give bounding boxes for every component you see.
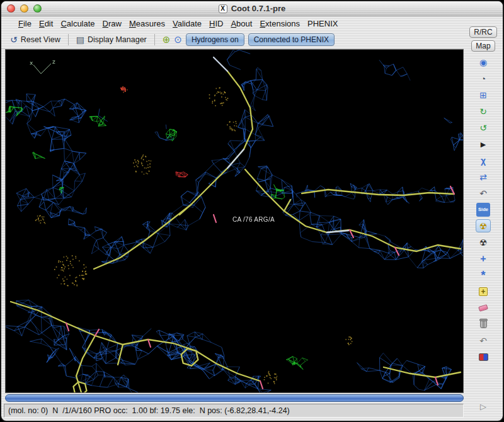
menu-calculate[interactable]: Calculate [57,18,98,29]
main-toolbar: ↺ Reset View ▤ Display Manager ⊕ ⊙ Hydro… [1,30,464,49]
flip-peptide-icon[interactable]: ↶ [476,186,491,200]
go-to-ligand-icon[interactable]: ⊙ [174,35,182,44]
eraser-icon[interactable] [476,301,491,314]
color-map-icon[interactable] [476,350,491,363]
coot-window: X Coot 0.7.1-pre File Edit Calculate Dra… [0,0,504,422]
window-title: Coot 0.7.1-pre [231,4,286,13]
menu-hid[interactable]: HID [206,18,226,29]
display-manager-button[interactable]: ▤ Display Manager [76,35,147,44]
close-button[interactable] [7,4,15,13]
phenix-connection-button[interactable]: Connected to PHENIX [248,33,335,46]
torsion-general-icon[interactable]: ⇄ [476,170,491,183]
toolbar-separator [154,34,155,45]
rotate-zone-icon[interactable]: ↻ [476,105,491,118]
auto-fit-rotamer-icon[interactable]: ↺ [476,121,491,134]
zoom-button[interactable] [33,4,42,13]
menu-edit[interactable]: Edit [36,18,56,29]
gl-canvas[interactable]: x z CA /76 ARG/A [5,49,464,393]
reset-view-icon: ↺ [10,35,18,44]
minimize-button[interactable] [20,4,28,13]
map-contour-scrollbar[interactable] [5,394,464,402]
edit-chi-angles-icon[interactable]: χ [476,154,491,167]
add-terminal-residue-icon[interactable]: + [476,285,491,298]
axes-indicator: x z [28,57,57,77]
side-chain-flip-icon[interactable]: Side [476,203,491,216]
reset-view-button[interactable]: ↺ Reset View [10,35,60,44]
play-triangle-icon[interactable]: ▷ [480,402,486,411]
spin-view-icon[interactable]: ◔ [476,72,491,85]
axis-x-label: x [30,60,33,66]
status-bar: (mol. no: 0) N /1/A/160 PRO occ: 1.00 bf… [4,404,464,418]
go-to-atom-icon[interactable]: ⊕ [163,35,171,44]
right-panel: R/RC Map ◉ ◔ ⊞ ↻ ↺ ▶ χ ⇄ ↶ Side ☢ ☢ + * … [464,16,503,419]
status-text: (mol. no: 0) N /1/A/160 PRO occ: 1.00 bf… [8,406,290,415]
add-alt-conf-icon[interactable]: + [476,252,491,265]
menu-measures[interactable]: Measures [126,18,168,29]
menu-draw[interactable]: Draw [100,18,125,29]
undo-icon[interactable]: ↶ [476,334,491,347]
rigid-body-fit-icon[interactable]: ⊞ [476,88,491,101]
toolbar-separator [68,34,69,45]
display-manager-icon: ▤ [76,35,84,44]
axis-z-label: z [52,59,55,65]
menu-bar: File Edit Calculate Draw Measures Valida… [1,16,464,30]
menu-validate[interactable]: Validate [169,18,205,29]
x11-app-icon: X [219,4,227,13]
mutate-autofit-icon[interactable]: ☢ [476,219,491,232]
hydrogens-toggle-button[interactable]: Hydrogens on [186,33,244,46]
sphere-refine-icon[interactable]: ◉ [476,55,491,69]
menu-about[interactable]: About [227,18,255,29]
corner-widget: ▷ [472,399,494,413]
modeling-toolbar: ◉ ◔ ⊞ ↻ ↺ ▶ χ ⇄ ↶ Side ☢ ☢ + * + ↶ [476,55,491,363]
menu-phenix[interactable]: PHENIX [304,18,341,29]
map-button[interactable]: Map [471,40,495,52]
rotamers-icon[interactable]: ▶ [476,137,491,151]
axes-lines: x z [28,57,57,77]
place-atom-icon[interactable]: * [476,268,491,282]
r-rc-button[interactable]: R/RC [469,26,496,38]
simple-mutate-icon[interactable]: ☢ [476,236,491,249]
menu-extensions[interactable]: Extensions [256,18,303,29]
atom-label: CA /76 ARG/A [232,216,275,223]
menu-file[interactable]: File [15,18,35,29]
delete-item-icon[interactable] [476,317,491,331]
title-bar[interactable]: X Coot 0.7.1-pre [1,1,503,16]
